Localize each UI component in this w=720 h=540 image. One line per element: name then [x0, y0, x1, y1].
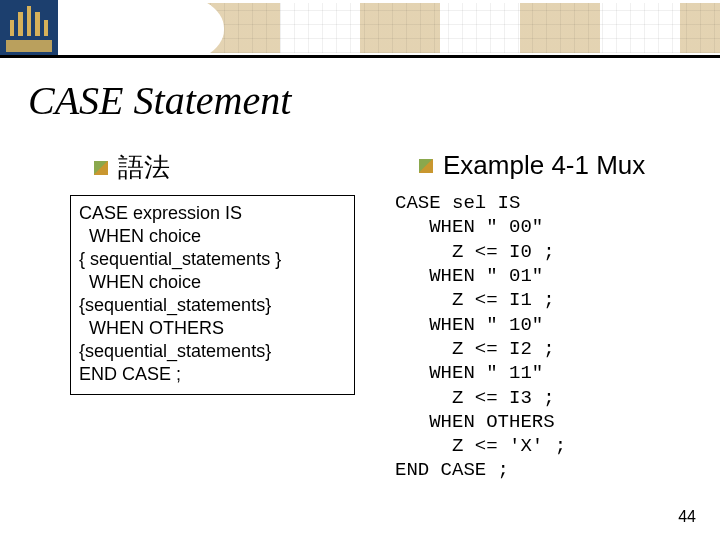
right-column: Example 4-1 Mux CASE sel IS WHEN " 00" Z…	[395, 150, 680, 483]
syntax-box: CASE expression IS WHEN choice { sequent…	[70, 195, 355, 395]
bullet-icon	[419, 159, 433, 173]
logo	[0, 0, 58, 58]
logo-base	[6, 40, 52, 52]
left-column: 語法 CASE expression IS WHEN choice { sequ…	[70, 150, 355, 483]
logo-bars-icon	[10, 6, 48, 36]
left-heading-text: 語法	[118, 150, 170, 185]
slide-title: CASE Statement	[28, 80, 291, 122]
banner-rule	[0, 55, 720, 58]
left-heading: 語法	[94, 150, 355, 185]
page-number: 44	[678, 508, 696, 526]
banner	[0, 0, 720, 58]
content-columns: 語法 CASE expression IS WHEN choice { sequ…	[70, 150, 680, 483]
right-heading-text: Example 4-1 Mux	[443, 150, 645, 181]
slide: CASE Statement 語法 CASE expression IS WHE…	[0, 0, 720, 540]
banner-arc	[48, 0, 224, 58]
right-heading: Example 4-1 Mux	[419, 150, 680, 181]
bullet-icon	[94, 161, 108, 175]
example-code: CASE sel IS WHEN " 00" Z <= I0 ; WHEN " …	[395, 191, 680, 483]
